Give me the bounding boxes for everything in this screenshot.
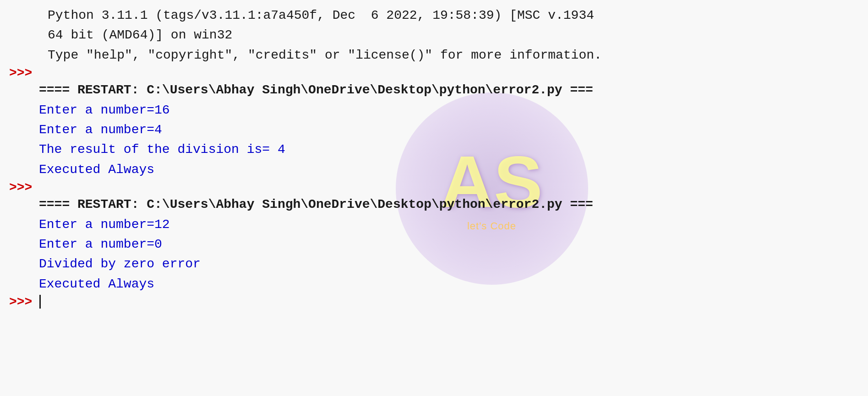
prompt-empty-1 — [9, 5, 48, 20]
session2-block: ==== RESTART: C:\Users\Abhay Singh\OneDr… — [9, 195, 859, 294]
prompt-block-2: >>> — [9, 180, 859, 195]
session1-line4: Executed Always — [39, 160, 859, 179]
session2-restart: ==== RESTART: C:\Users\Abhay Singh\OneDr… — [39, 195, 859, 214]
session1-restart: ==== RESTART: C:\Users\Abhay Singh\OneDr… — [39, 80, 859, 100]
header-line1: Python 3.11.1 (tags/v3.11.1:a7a450f, Dec… — [48, 5, 602, 25]
session2-line4: Executed Always — [39, 274, 859, 294]
prompt-symbol-1: >>> — [9, 66, 39, 80]
session1-line2: Enter a number=4 — [39, 120, 859, 140]
prompt-symbol-2: >>> — [9, 180, 39, 195]
session1-line1: Enter a number=16 — [39, 100, 859, 120]
session2-line1: Enter a number=12 — [39, 215, 859, 234]
session2-line3: Divided by zero error — [39, 254, 859, 274]
session1-line3: The result of the division is= 4 — [39, 140, 859, 159]
terminal-window: AS let's Code Python 3.11.1 (tags/v3.11.… — [0, 0, 868, 396]
session2-line2: Enter a number=0 — [39, 234, 859, 254]
session1-block: ==== RESTART: C:\Users\Abhay Singh\OneDr… — [9, 80, 859, 179]
terminal-content: Python 3.11.1 (tags/v3.11.1:a7a450f, Dec… — [9, 5, 859, 309]
header-lines: Python 3.11.1 (tags/v3.11.1:a7a450f, Dec… — [48, 5, 602, 65]
prompt-block-1: >>> — [9, 66, 859, 80]
header-block: Python 3.11.1 (tags/v3.11.1:a7a450f, Dec… — [9, 5, 859, 65]
header-line2: 64 bit (AMD64)] on win32 — [48, 25, 602, 45]
cursor — [39, 295, 41, 309]
header-line3: Type "help", "copyright", "credits" or "… — [48, 45, 602, 65]
prompt-symbol-3: >>> — [9, 295, 39, 309]
prompt-block-3: >>> — [9, 295, 859, 309]
